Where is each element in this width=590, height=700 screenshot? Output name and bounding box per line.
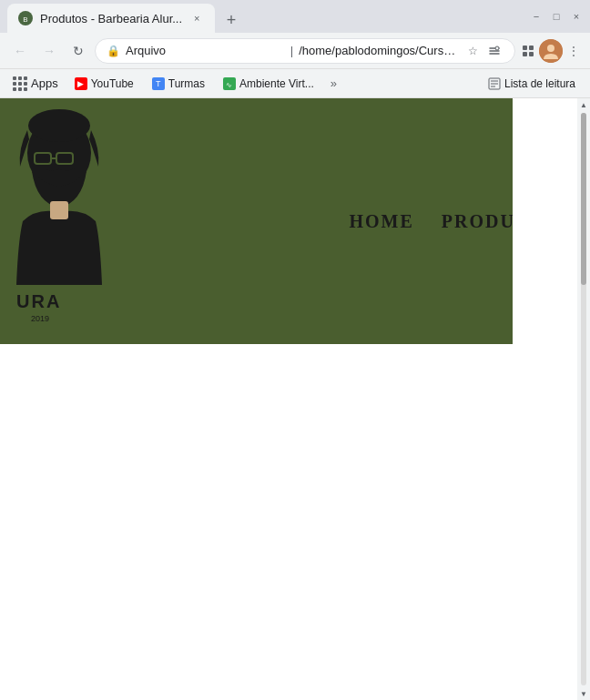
ambiente-favicon: ∿ [223, 77, 236, 90]
svg-text:∿: ∿ [226, 81, 232, 88]
refresh-button[interactable]: ↻ [66, 38, 91, 64]
back-button[interactable]: ← [7, 38, 33, 64]
scroll-down-button[interactable]: ▼ [577, 687, 590, 700]
address-bar[interactable]: 🔒 Arquivo | /home/pablodomingos/Curso-Al… [95, 38, 515, 64]
svg-text:2019: 2019 [31, 314, 49, 323]
forward-button[interactable]: → [36, 38, 62, 64]
profile-avatar[interactable] [539, 39, 563, 63]
address-path: /home/pablodomingos/Curso-Alura/produ... [299, 44, 458, 57]
scroll-thumb[interactable] [581, 113, 586, 285]
star-icon[interactable]: ☆ [463, 42, 482, 60]
active-tab[interactable]: B Produtos - Barbearia Alur... × [7, 4, 215, 33]
ambiente-label: Ambiente Virt... [239, 77, 314, 90]
reading-list-label: Lista de leitura [504, 77, 575, 90]
tab-bar: B Produtos - Barbearia Alur... × + [7, 0, 519, 33]
site-header: URA 2019 HOME PRODUTOS C [0, 98, 590, 344]
window-controls: − □ × [530, 10, 583, 23]
svg-rect-4 [529, 46, 534, 50]
address-actions: ☆ [463, 42, 504, 60]
more-bookmarks-button[interactable]: » [325, 75, 342, 92]
tab-favicon: B [18, 11, 33, 25]
tab-close-button[interactable]: × [189, 11, 204, 25]
bookmarks-bar: Apps ▶ YouTube T Turmas ∿ Ambiente Virt.… [0, 69, 590, 98]
svg-rect-5 [523, 52, 527, 56]
turmas-label: Turmas [168, 77, 205, 90]
tab-title: Produtos - Barbearia Alur... [40, 12, 182, 25]
barber-logo-svg: URA 2019 [9, 103, 109, 340]
bookmark-turmas[interactable]: T Turmas [145, 76, 212, 92]
extensions-button[interactable] [519, 42, 537, 60]
vertical-scrollbar[interactable]: ▲ ▼ [577, 98, 590, 700]
browser-window: B Produtos - Barbearia Alur... × + − □ ×… [0, 0, 590, 700]
close-button[interactable]: × [570, 10, 583, 23]
turmas-favicon: T [152, 77, 165, 90]
address-prefix: Arquivo [126, 44, 285, 57]
svg-point-19 [28, 109, 90, 142]
bookmark-youtube[interactable]: ▶ YouTube [67, 76, 141, 92]
logo-section: URA 2019 [0, 98, 118, 344]
more-menu-button[interactable]: ⋮ [565, 42, 583, 60]
scroll-up-button[interactable]: ▲ [577, 98, 590, 111]
svg-rect-6 [529, 52, 534, 56]
extensions-icon[interactable] [485, 42, 504, 60]
apps-label: Apps [31, 76, 58, 90]
svg-point-2 [495, 46, 499, 50]
bookmark-ambiente[interactable]: ∿ Ambiente Virt... [216, 76, 321, 92]
youtube-favicon: ▶ [75, 77, 87, 90]
reading-list-button[interactable]: Lista de leitura [481, 76, 583, 92]
nav-home[interactable]: HOME [349, 211, 413, 232]
youtube-label: YouTube [91, 77, 134, 90]
nav-bar: ← → ↻ 🔒 Arquivo | /home/pablodomingos/Cu… [0, 33, 590, 69]
svg-point-8 [547, 45, 554, 52]
reading-list-icon [488, 77, 501, 90]
svg-text:B: B [23, 15, 27, 24]
webpage-inner: URA 2019 HOME PRODUTOS C [0, 98, 590, 700]
address-separator: | [290, 44, 293, 57]
nav-right-icons: ⋮ [519, 39, 583, 63]
svg-rect-3 [523, 46, 527, 50]
svg-rect-18 [50, 201, 68, 219]
apps-grid-icon [13, 76, 27, 91]
title-bar: B Produtos - Barbearia Alur... × + − □ × [0, 0, 590, 33]
scroll-track [581, 113, 586, 685]
lock-icon: 🔒 [107, 45, 120, 57]
maximize-button[interactable]: □ [550, 10, 563, 23]
new-tab-button[interactable]: + [219, 7, 244, 33]
minimize-button[interactable]: − [530, 10, 543, 23]
svg-text:URA: URA [16, 291, 61, 311]
webpage: URA 2019 HOME PRODUTOS C [0, 98, 590, 700]
apps-button[interactable]: Apps [7, 75, 64, 93]
site-content [0, 344, 583, 700]
